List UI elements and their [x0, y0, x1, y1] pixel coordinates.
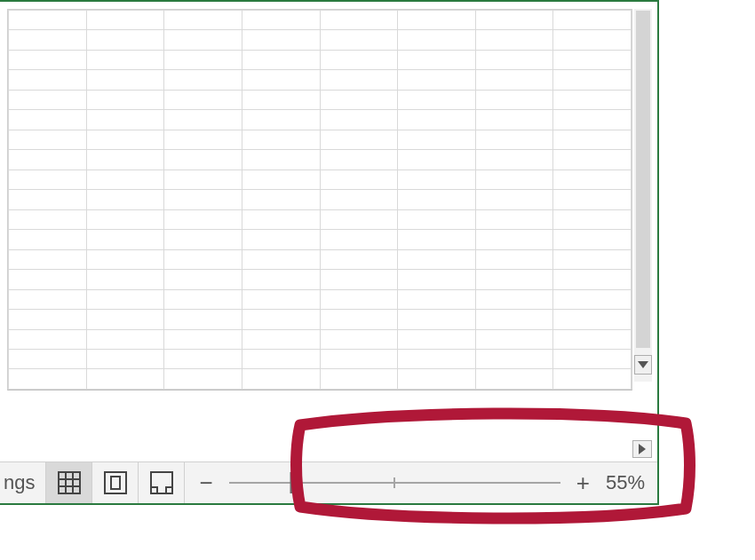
page-break-view-button[interactable] — [139, 462, 185, 503]
svg-rect-2 — [59, 472, 80, 493]
zoom-controls: − + 55% — [185, 462, 657, 503]
svg-rect-10 — [151, 487, 157, 493]
svg-rect-11 — [166, 487, 172, 493]
zoom-slider[interactable] — [229, 469, 560, 496]
scroll-down-button[interactable] — [634, 355, 652, 375]
svg-rect-7 — [105, 472, 126, 493]
page-break-icon — [150, 471, 173, 494]
svg-marker-0 — [638, 361, 648, 368]
svg-rect-8 — [111, 477, 120, 489]
below-grid-area — [0, 392, 657, 461]
zoom-percent-label[interactable]: 55% — [606, 471, 647, 494]
cells-table[interactable] — [8, 10, 632, 390]
scroll-right-button[interactable] — [632, 440, 652, 458]
zoom-slider-thumb[interactable] — [290, 472, 300, 493]
status-label: ngs — [4, 462, 46, 503]
normal-view-button[interactable] — [46, 462, 92, 503]
page-layout-icon — [104, 471, 127, 494]
chevron-right-icon — [639, 444, 646, 454]
app-window: ngs − — [0, 0, 659, 505]
normal-view-icon — [58, 471, 81, 494]
vertical-scrollbar[interactable] — [634, 9, 652, 382]
vertical-scroll-thumb[interactable] — [636, 11, 650, 348]
page-layout-view-button[interactable] — [92, 462, 139, 503]
svg-marker-1 — [639, 444, 646, 454]
zoom-out-button[interactable]: − — [195, 471, 216, 494]
spreadsheet-grid[interactable] — [7, 9, 632, 390]
zoom-in-button[interactable]: + — [573, 471, 593, 494]
status-bar: ngs − — [0, 461, 657, 503]
zoom-slider-midpoint — [393, 477, 395, 488]
svg-rect-9 — [151, 472, 172, 493]
chevron-down-icon — [638, 361, 648, 368]
